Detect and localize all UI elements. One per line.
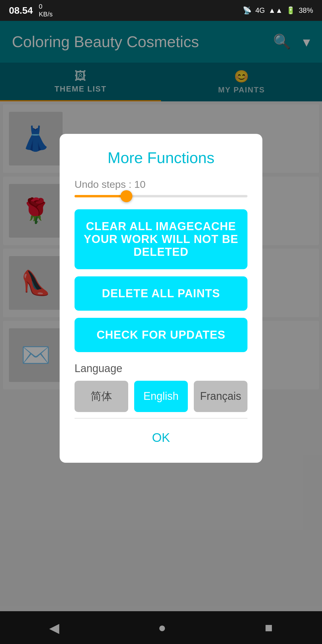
status-kb: 0KB/s bbox=[39, 3, 52, 18]
status-bar: 08.54 0KB/s 📡 4G ▲▲ 🔋 38% bbox=[0, 0, 322, 21]
clear-cache-button[interactable]: CLEAR ALL IMAGECACHEYOUR WORK WILL NOT B… bbox=[75, 209, 247, 269]
dialog-backdrop: More Functions Undo steps : 10 CLEAR ALL… bbox=[0, 0, 322, 644]
check-updates-button[interactable]: CHECK FOR UPDATES bbox=[75, 318, 247, 352]
dialog-title: More Functions bbox=[75, 149, 247, 167]
slider-track bbox=[75, 195, 247, 197]
battery-percent: 38% bbox=[299, 6, 313, 15]
ok-button[interactable]: OK bbox=[75, 425, 247, 451]
language-options: 简体 English Français bbox=[75, 381, 247, 412]
status-time: 08.54 bbox=[9, 5, 33, 16]
more-functions-dialog: More Functions Undo steps : 10 CLEAR ALL… bbox=[60, 134, 262, 463]
status-icons: 📡 4G ▲▲ 🔋 38% bbox=[243, 6, 313, 15]
lang-english-button[interactable]: English bbox=[134, 381, 188, 412]
signal-icon: 4G bbox=[255, 6, 265, 15]
undo-slider-container[interactable] bbox=[75, 195, 247, 197]
slider-fill bbox=[75, 195, 126, 197]
language-section: Language 简体 English Français bbox=[75, 362, 247, 412]
clear-cache-label: CLEAR ALL IMAGECACHEYOUR WORK WILL NOT B… bbox=[84, 220, 239, 258]
cast-icon: 📡 bbox=[243, 6, 252, 15]
battery-icon: 🔋 bbox=[286, 6, 295, 15]
lang-french-button[interactable]: Français bbox=[194, 381, 247, 412]
language-label: Language bbox=[75, 362, 247, 375]
undo-steps-label: Undo steps : 10 bbox=[75, 179, 247, 190]
signal-bars: ▲▲ bbox=[268, 6, 283, 15]
dialog-divider bbox=[75, 418, 247, 419]
lang-chinese-button[interactable]: 简体 bbox=[75, 381, 128, 412]
delete-paints-button[interactable]: DELETE ALL PAINTS bbox=[75, 276, 247, 311]
slider-thumb[interactable] bbox=[120, 190, 132, 202]
